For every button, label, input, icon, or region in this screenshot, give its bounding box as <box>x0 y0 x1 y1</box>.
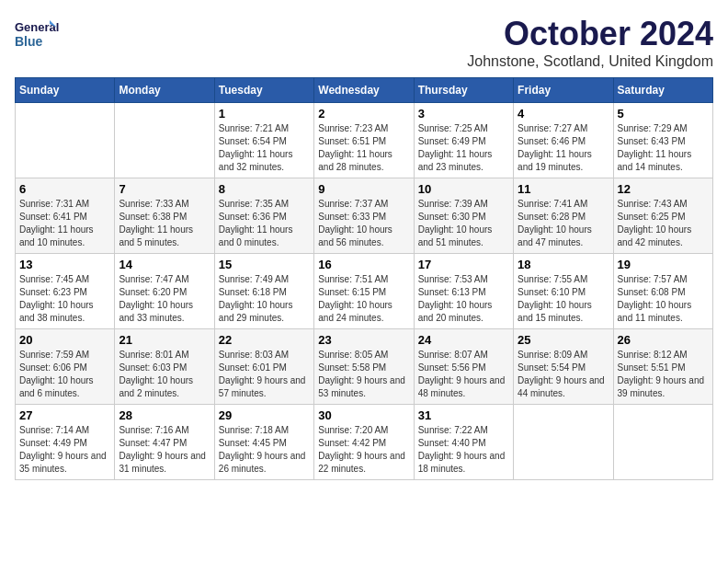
calendar-cell: 15 Sunrise: 7:49 AM Sunset: 6:18 PM Dayl… <box>214 254 313 329</box>
sunrise-text: Sunrise: 7:43 AM <box>618 199 688 209</box>
calendar-cell: 10 Sunrise: 7:39 AM Sunset: 6:30 PM Dayl… <box>414 178 513 254</box>
day-number: 19 <box>618 258 709 271</box>
sunset-text: Sunset: 6:01 PM <box>219 362 287 373</box>
calendar-cell: 13 Sunrise: 7:45 AM Sunset: 6:23 PM Dayl… <box>16 254 115 329</box>
sunrise-text: Sunrise: 7:33 AM <box>119 199 188 209</box>
calendar-cell <box>16 103 115 178</box>
day-info: Sunrise: 7:51 AM Sunset: 6:15 PM Dayligh… <box>318 273 409 325</box>
sunrise-text: Sunrise: 7:51 AM <box>318 274 388 284</box>
sunset-text: Sunset: 4:49 PM <box>19 438 87 448</box>
day-info: Sunrise: 7:27 AM Sunset: 6:46 PM Dayligh… <box>518 122 609 174</box>
sunrise-text: Sunrise: 7:47 AM <box>119 274 188 284</box>
calendar-cell <box>613 405 712 480</box>
col-header-monday: Monday <box>115 78 214 103</box>
daylight-text: Daylight: 10 hours and 56 minutes. <box>318 224 392 247</box>
sunset-text: Sunset: 4:47 PM <box>119 438 187 448</box>
day-number: 31 <box>418 408 509 422</box>
day-info: Sunrise: 7:55 AM Sunset: 6:10 PM Dayligh… <box>518 273 609 325</box>
day-number: 23 <box>318 333 409 347</box>
sunset-text: Sunset: 5:51 PM <box>618 362 686 373</box>
calendar-week-4: 20 Sunrise: 7:59 AM Sunset: 6:06 PM Dayl… <box>16 329 713 405</box>
day-number: 17 <box>418 258 509 271</box>
calendar-cell: 27 Sunrise: 7:14 AM Sunset: 4:49 PM Dayl… <box>16 405 115 480</box>
col-header-sunday: Sunday <box>16 78 115 103</box>
sunset-text: Sunset: 6:28 PM <box>518 212 586 222</box>
sunset-text: Sunset: 5:56 PM <box>418 362 486 373</box>
col-header-wednesday: Wednesday <box>314 78 414 103</box>
sunrise-text: Sunrise: 7:18 AM <box>219 425 289 435</box>
day-number: 28 <box>119 408 210 422</box>
day-info: Sunrise: 7:33 AM Sunset: 6:38 PM Dayligh… <box>119 198 210 249</box>
sunset-text: Sunset: 6:51 PM <box>318 136 386 146</box>
sunrise-text: Sunrise: 7:16 AM <box>119 425 188 435</box>
sunrise-text: Sunrise: 7:49 AM <box>219 274 289 284</box>
logo: General Blue <box>15 15 61 56</box>
day-info: Sunrise: 8:09 AM Sunset: 5:54 PM Dayligh… <box>518 349 609 400</box>
daylight-text: Daylight: 10 hours and 51 minutes. <box>418 224 493 247</box>
daylight-text: Daylight: 10 hours and 15 minutes. <box>518 300 592 323</box>
calendar-cell: 28 Sunrise: 7:16 AM Sunset: 4:47 PM Dayl… <box>115 405 214 480</box>
calendar-cell: 1 Sunrise: 7:21 AM Sunset: 6:54 PM Dayli… <box>214 103 313 178</box>
daylight-text: Daylight: 9 hours and 18 minutes. <box>418 451 506 474</box>
sunset-text: Sunset: 6:03 PM <box>119 362 187 373</box>
daylight-text: Daylight: 9 hours and 39 minutes. <box>618 375 705 398</box>
col-header-thursday: Thursday <box>414 78 513 103</box>
sunset-text: Sunset: 6:38 PM <box>119 212 187 222</box>
day-info: Sunrise: 7:21 AM Sunset: 6:54 PM Dayligh… <box>219 122 310 174</box>
calendar-cell: 7 Sunrise: 7:33 AM Sunset: 6:38 PM Dayli… <box>115 178 214 254</box>
calendar-cell: 11 Sunrise: 7:41 AM Sunset: 6:28 PM Dayl… <box>514 178 613 254</box>
daylight-text: Daylight: 10 hours and 6 minutes. <box>19 375 94 398</box>
sunrise-text: Sunrise: 7:45 AM <box>19 274 89 284</box>
day-info: Sunrise: 7:16 AM Sunset: 4:47 PM Dayligh… <box>119 424 210 476</box>
day-info: Sunrise: 7:53 AM Sunset: 6:13 PM Dayligh… <box>418 273 509 325</box>
sunset-text: Sunset: 6:25 PM <box>618 212 686 222</box>
calendar-cell: 12 Sunrise: 7:43 AM Sunset: 6:25 PM Dayl… <box>613 178 712 254</box>
sunrise-text: Sunrise: 8:07 AM <box>418 350 488 360</box>
daylight-text: Daylight: 11 hours and 23 minutes. <box>418 149 493 172</box>
calendar-cell: 4 Sunrise: 7:27 AM Sunset: 6:46 PM Dayli… <box>514 103 613 178</box>
day-info: Sunrise: 7:35 AM Sunset: 6:36 PM Dayligh… <box>219 198 310 249</box>
day-number: 11 <box>518 182 609 196</box>
calendar-cell <box>115 103 214 178</box>
sunrise-text: Sunrise: 7:57 AM <box>618 274 688 284</box>
sunrise-text: Sunrise: 7:55 AM <box>518 274 587 284</box>
daylight-text: Daylight: 11 hours and 5 minutes. <box>119 224 193 247</box>
day-info: Sunrise: 7:43 AM Sunset: 6:25 PM Dayligh… <box>618 198 709 249</box>
sunset-text: Sunset: 6:30 PM <box>418 212 486 222</box>
day-info: Sunrise: 7:49 AM Sunset: 6:18 PM Dayligh… <box>219 273 310 325</box>
daylight-text: Daylight: 9 hours and 26 minutes. <box>219 451 306 474</box>
day-number: 20 <box>19 333 110 347</box>
month-title: October 2024 <box>467 15 713 53</box>
calendar-cell: 16 Sunrise: 7:51 AM Sunset: 6:15 PM Dayl… <box>314 254 414 329</box>
calendar-cell: 5 Sunrise: 7:29 AM Sunset: 6:43 PM Dayli… <box>613 103 712 178</box>
sunset-text: Sunset: 4:45 PM <box>219 438 287 448</box>
daylight-text: Daylight: 9 hours and 22 minutes. <box>318 451 405 474</box>
sunset-text: Sunset: 6:36 PM <box>219 212 287 222</box>
daylight-text: Daylight: 10 hours and 42 minutes. <box>618 224 692 247</box>
daylight-text: Daylight: 11 hours and 28 minutes. <box>318 149 392 172</box>
sunset-text: Sunset: 6:10 PM <box>518 287 586 297</box>
sunset-text: Sunset: 6:41 PM <box>19 212 87 222</box>
daylight-text: Daylight: 10 hours and 47 minutes. <box>518 224 592 247</box>
calendar-cell: 23 Sunrise: 8:05 AM Sunset: 5:58 PM Dayl… <box>314 329 414 405</box>
day-number: 29 <box>219 408 310 422</box>
day-info: Sunrise: 7:41 AM Sunset: 6:28 PM Dayligh… <box>518 198 609 249</box>
calendar-cell: 17 Sunrise: 7:53 AM Sunset: 6:13 PM Dayl… <box>414 254 513 329</box>
sunset-text: Sunset: 6:43 PM <box>618 136 686 146</box>
day-number: 9 <box>318 182 409 196</box>
daylight-text: Daylight: 9 hours and 31 minutes. <box>119 451 206 474</box>
day-number: 1 <box>219 107 310 121</box>
sunset-text: Sunset: 6:23 PM <box>19 287 87 297</box>
day-number: 15 <box>219 258 310 271</box>
sunrise-text: Sunrise: 7:29 AM <box>618 123 688 133</box>
sunrise-text: Sunrise: 7:53 AM <box>418 274 488 284</box>
daylight-text: Daylight: 9 hours and 44 minutes. <box>518 375 605 398</box>
calendar-week-3: 13 Sunrise: 7:45 AM Sunset: 6:23 PM Dayl… <box>16 254 713 329</box>
daylight-text: Daylight: 10 hours and 2 minutes. <box>119 375 193 398</box>
title-area: October 2024 Johnstone, Scotland, United… <box>467 15 713 70</box>
calendar-week-2: 6 Sunrise: 7:31 AM Sunset: 6:41 PM Dayli… <box>16 178 713 254</box>
sunrise-text: Sunrise: 7:35 AM <box>219 199 289 209</box>
calendar-cell: 6 Sunrise: 7:31 AM Sunset: 6:41 PM Dayli… <box>16 178 115 254</box>
calendar-cell <box>514 405 613 480</box>
calendar-cell: 26 Sunrise: 8:12 AM Sunset: 5:51 PM Dayl… <box>613 329 712 405</box>
